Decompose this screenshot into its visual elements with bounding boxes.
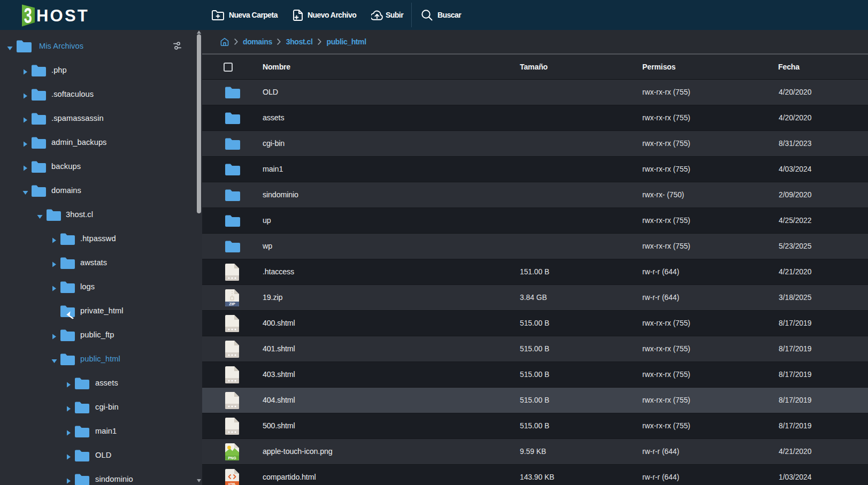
svg-text:HOST: HOST [36,6,89,25]
svg-text:HTML: HTML [228,482,236,485]
svg-text:PNG: PNG [228,456,236,460]
svg-text:3: 3 [24,3,32,27]
svg-text:ZIP: ZIP [229,302,235,306]
